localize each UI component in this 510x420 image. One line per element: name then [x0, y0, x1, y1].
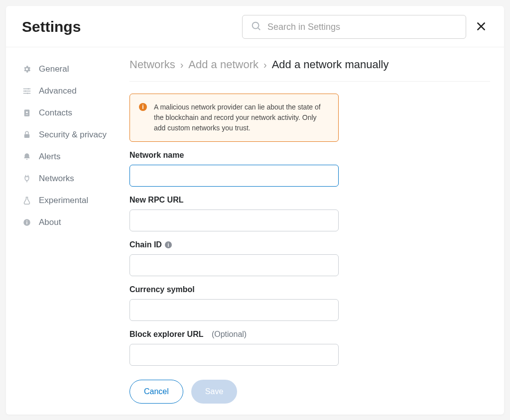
network-name-input[interactable] [129, 165, 339, 187]
svg-rect-7 [24, 134, 30, 138]
svg-point-6 [26, 111, 28, 113]
currency-symbol-label: Currency symbol [129, 285, 339, 294]
sidebar-item-alerts[interactable]: Alerts [22, 146, 111, 168]
network-name-label: Network name [129, 151, 339, 160]
sidebar-item-label: Security & privacy [39, 130, 107, 140]
sidebar-item-label: Contacts [39, 108, 72, 118]
svg-point-4 [27, 93, 28, 94]
sidebar-item-label: Networks [39, 174, 74, 184]
breadcrumb: Networks › Add a network › Add a network… [129, 58, 490, 82]
save-button[interactable]: Save [191, 380, 237, 404]
flask-icon [22, 196, 32, 206]
svg-line-1 [258, 28, 260, 30]
sidebar-item-general[interactable]: General [22, 58, 111, 80]
search-box[interactable] [242, 15, 466, 39]
search-input[interactable] [267, 22, 458, 32]
info-tooltip-icon[interactable]: i [165, 241, 172, 248]
svg-point-10 [26, 220, 27, 221]
info-icon [22, 217, 32, 227]
breadcrumb-networks[interactable]: Networks [129, 58, 175, 71]
sidebar-item-label: General [39, 64, 69, 74]
warning-icon: i [139, 103, 147, 111]
breadcrumb-current: Add a network manually [272, 58, 389, 71]
bell-icon [22, 152, 32, 162]
rpc-url-input[interactable] [129, 210, 339, 231]
contacts-icon [22, 108, 32, 118]
sidebar-item-contacts[interactable]: Contacts [22, 102, 111, 124]
chevron-right-icon: › [263, 59, 267, 71]
sidebar-item-label: Alerts [39, 152, 60, 162]
sidebar-item-label: Advanced [39, 86, 77, 96]
lock-icon [22, 130, 32, 140]
chain-id-label: Chain ID i [129, 240, 339, 249]
chevron-right-icon: › [180, 59, 184, 71]
plug-icon [22, 174, 32, 184]
gear-icon [22, 64, 32, 74]
breadcrumb-add-network[interactable]: Add a network [188, 58, 258, 71]
svg-point-3 [25, 91, 26, 92]
warning-banner: i A malicious network provider can lie a… [129, 94, 339, 142]
svg-point-2 [28, 88, 29, 90]
sliders-icon [22, 86, 32, 96]
warning-text: A malicious network provider can lie abo… [154, 102, 329, 133]
block-explorer-input[interactable] [129, 344, 339, 366]
search-icon [251, 20, 261, 33]
sidebar-item-experimental[interactable]: Experimental [22, 190, 111, 211]
sidebar-item-networks[interactable]: Networks [22, 168, 111, 190]
svg-point-0 [253, 22, 259, 29]
page-title: Settings [22, 18, 81, 35]
rpc-url-label: New RPC URL [129, 196, 339, 205]
sidebar-item-advanced[interactable]: Advanced [22, 80, 111, 102]
sidebar-item-about[interactable]: About [22, 211, 111, 233]
cancel-button[interactable]: Cancel [129, 380, 183, 404]
block-explorer-label: Block explorer URL (Optional) [129, 330, 339, 339]
chain-id-input[interactable] [129, 254, 339, 276]
svg-rect-9 [26, 222, 27, 224]
sidebar-item-label: About [39, 217, 61, 227]
sidebar-item-security[interactable]: Security & privacy [22, 124, 111, 146]
currency-symbol-input[interactable] [129, 299, 339, 321]
sidebar-item-label: Experimental [39, 196, 88, 206]
close-button[interactable] [474, 17, 488, 37]
